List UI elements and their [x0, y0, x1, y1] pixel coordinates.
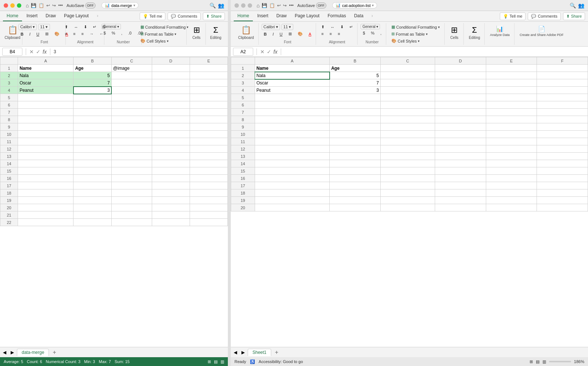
left-rownum-4[interactable]: 4: [0, 87, 18, 94]
right-wrap-btn[interactable]: ↵: [347, 24, 355, 30]
left-cell-r18c4[interactable]: [190, 189, 227, 197]
right-cell-r11c4[interactable]: [486, 138, 537, 145]
left-cell-r5c0[interactable]: [18, 94, 74, 101]
right-cell-r6c0[interactable]: [255, 101, 329, 109]
right-confirm-icon[interactable]: ✓: [267, 49, 271, 55]
right-minimize-button[interactable]: [241, 3, 245, 8]
right-cell-r13c4[interactable]: [486, 153, 537, 160]
right-zoom-slider[interactable]: [549, 361, 571, 362]
right-cell-r6c3[interactable]: [435, 101, 486, 109]
left-cell-r1c3[interactable]: [152, 65, 190, 72]
right-cell-r7c1[interactable]: [330, 109, 381, 116]
right-rownum-11[interactable]: 11: [231, 138, 255, 145]
right-cell-r6c5[interactable]: [537, 101, 588, 109]
left-rownum-17[interactable]: 17: [0, 182, 18, 189]
left-cell-r17c0[interactable]: [18, 182, 74, 189]
right-rownum-3[interactable]: 3: [231, 79, 255, 87]
right-tab-pagelayout[interactable]: Page Layout: [291, 11, 323, 21]
right-cell-r19c1[interactable]: [330, 197, 381, 204]
right-cell-r19c5[interactable]: [537, 197, 588, 204]
right-editing-btn[interactable]: Σ Editing: [467, 24, 483, 41]
right-fontcolor-btn[interactable]: A: [306, 31, 313, 37]
right-rownum-8[interactable]: 8: [231, 116, 255, 123]
right-cell-r3c5[interactable]: [537, 79, 588, 87]
left-underline-btn[interactable]: U: [34, 31, 42, 37]
left-cell-r8c4[interactable]: [190, 116, 227, 123]
left-cell-r7c0[interactable]: [18, 109, 74, 116]
left-grid[interactable]: A B C D E 1NameAge@image2Nala53Oscar74Pe…: [0, 57, 228, 347]
right-cell-r8c0[interactable]: [255, 116, 329, 123]
left-cell-r5c2[interactable]: [111, 94, 152, 101]
left-cell-r2c1[interactable]: 5: [74, 72, 111, 79]
left-cell-r13c3[interactable]: [152, 153, 190, 160]
right-rownum-20[interactable]: 20: [231, 204, 255, 211]
left-cell-r4c3[interactable]: [152, 87, 190, 94]
right-tab-insert[interactable]: Insert: [254, 11, 272, 21]
left-cell-r6c2[interactable]: [111, 101, 152, 109]
left-cell-r2c0[interactable]: Nala: [18, 72, 74, 79]
right-cell-r16c3[interactable]: [435, 175, 486, 182]
left-fill-btn[interactable]: 🎨: [52, 31, 62, 37]
right-cell-r20c3[interactable]: [435, 204, 486, 211]
right-comma-btn[interactable]: ,: [378, 30, 384, 36]
left-cell-r13c0[interactable]: [18, 153, 74, 160]
right-grid[interactable]: A B C D E F 1NameAge2Nala53Oscar74Peanut…: [231, 57, 588, 347]
left-minimize-button[interactable]: [10, 3, 15, 8]
right-align-bot-btn[interactable]: ⬇: [338, 24, 346, 30]
right-rownum-4[interactable]: 4: [231, 87, 255, 94]
left-rownum-7[interactable]: 7: [0, 109, 18, 116]
left-cell-r1c1[interactable]: Age: [74, 65, 111, 72]
right-align-left-btn[interactable]: ≡: [319, 31, 326, 37]
right-cell-r14c5[interactable]: [537, 160, 588, 167]
right-cell-r15c5[interactable]: [537, 167, 588, 175]
left-cell-r17c4[interactable]: [190, 182, 227, 189]
left-confirm-icon[interactable]: ✓: [36, 49, 40, 55]
left-rownum-15[interactable]: 15: [0, 167, 18, 175]
left-rownum-11[interactable]: 11: [0, 138, 18, 145]
right-rownum-5[interactable]: 5: [231, 94, 255, 101]
right-share-btn[interactable]: ⬆ Share: [563, 12, 585, 20]
right-number-format-btn[interactable]: General ▾: [361, 24, 380, 29]
left-cell-r16c0[interactable]: [18, 175, 74, 182]
right-cell-r6c4[interactable]: [486, 101, 537, 109]
right-formula-input[interactable]: [284, 48, 586, 56]
left-cell-r6c1[interactable]: [74, 101, 111, 109]
right-cell-r20c1[interactable]: [330, 204, 381, 211]
right-cell-r16c2[interactable]: [380, 175, 435, 182]
left-cell-r11c0[interactable]: [18, 138, 74, 145]
right-fontsize-selector[interactable]: 11 ▾: [282, 24, 293, 30]
left-search-icon[interactable]: 🔍: [209, 3, 216, 8]
left-cell-r15c1[interactable]: [74, 167, 111, 175]
right-view-preview-icon[interactable]: ▥: [542, 359, 546, 364]
right-cell-r16c1[interactable]: [330, 175, 381, 182]
left-rownum-13[interactable]: 13: [0, 153, 18, 160]
left-cell-r15c2[interactable]: [111, 167, 152, 175]
right-cell-ref[interactable]: A2: [233, 48, 253, 56]
right-cell-r4c1[interactable]: 3: [330, 87, 381, 94]
left-align-mid-btn[interactable]: ↔: [72, 24, 80, 30]
right-cell-r14c1[interactable]: [330, 160, 381, 167]
right-cell-r9c0[interactable]: [255, 123, 329, 131]
left-fx-icon[interactable]: fx: [43, 49, 47, 55]
left-cell-r3c2[interactable]: [111, 79, 152, 87]
right-currency-btn[interactable]: $: [361, 30, 367, 36]
left-cell-r4c1[interactable]: 3: [74, 87, 111, 94]
right-share-people-icon[interactable]: 👥: [578, 3, 584, 8]
right-cell-r7c5[interactable]: [537, 109, 588, 116]
left-cell-r18c2[interactable]: [111, 189, 152, 197]
right-cell-r1c0[interactable]: Name: [255, 65, 329, 72]
right-cell-r8c2[interactable]: [380, 116, 435, 123]
left-cell-r6c4[interactable]: [190, 101, 227, 109]
right-col-header-B[interactable]: B: [330, 57, 381, 65]
right-cell-r13c2[interactable]: [380, 153, 435, 160]
right-cell-r12c2[interactable]: [380, 145, 435, 153]
left-tab-pagelayout[interactable]: Page Layout: [60, 11, 92, 21]
right-file-tag[interactable]: 📊 cat-adoption-list ▾: [332, 2, 377, 8]
right-border-btn[interactable]: ⊞: [286, 31, 294, 37]
right-cell-r1c2[interactable]: [380, 65, 435, 72]
left-cell-r3c3[interactable]: [152, 79, 190, 87]
left-cell-r4c2[interactable]: [111, 87, 152, 94]
right-cell-r12c3[interactable]: [435, 145, 486, 153]
left-cell-r15c0[interactable]: [18, 167, 74, 175]
right-cell-r4c2[interactable]: [380, 87, 435, 94]
